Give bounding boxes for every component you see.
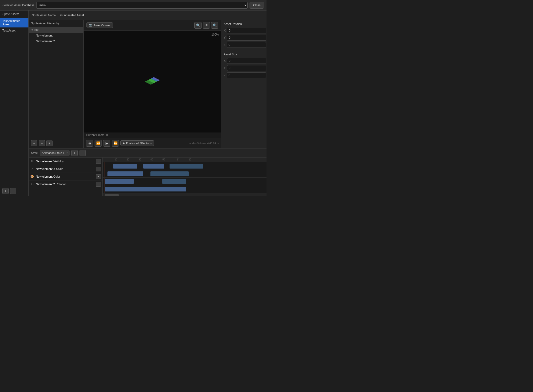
skip-to-start-button[interactable]: ⏮ xyxy=(86,140,93,147)
hierarchy-remove-button[interactable]: − xyxy=(39,140,45,146)
position-x-label: X xyxy=(224,29,226,32)
size-y-input[interactable] xyxy=(227,65,266,71)
track-rotation: ↻ New element 2 Rotation − xyxy=(29,180,102,188)
sidebar-add-button[interactable]: + xyxy=(2,188,9,194)
keyframe-row-xscale xyxy=(103,170,266,178)
sidebar-item-test-asset[interactable]: Test Asset xyxy=(0,27,28,34)
track-xscale-name: New element X Scale xyxy=(36,167,94,171)
properties-panel: Asset Position X ▲ ▼ Y ▲ ▼ xyxy=(221,20,266,148)
keyframe-bar-xscale-1[interactable] xyxy=(107,171,143,176)
track-visibility-name: New element Visibility xyxy=(36,160,94,163)
hierarchy-item-new-element[interactable]: New element xyxy=(29,33,83,38)
position-title: Asset Position xyxy=(224,22,264,26)
position-y-label: Y xyxy=(224,36,226,39)
preview-skactions-button[interactable]: ▶ Preview w/ SKActions xyxy=(120,140,154,146)
timeline-remove-state-button[interactable]: − xyxy=(80,150,86,156)
middle-section: Sprite Asset Hierarchy ▼ root New elemen… xyxy=(29,20,266,148)
ruler-mark-1s: 1" xyxy=(177,158,179,161)
keyframe-bar-visibility-1[interactable] xyxy=(113,164,137,169)
size-z-row: Z ▲ ▼ xyxy=(224,72,264,78)
main-layout: Sprite Assets Test Animated Asset Test A… xyxy=(0,11,266,196)
timeline-area: State Animation State 1 ▼ + − 👁 xyxy=(29,148,266,196)
scrollbar-thumb[interactable] xyxy=(105,194,119,196)
content-area: Sprite Asset Name Test Animated Asset Sp… xyxy=(29,11,266,196)
ruler-mark-10b: 10 xyxy=(189,158,191,161)
timeline-add-state-button[interactable]: + xyxy=(71,150,78,156)
sidebar-item-test-animated[interactable]: Test Animated Asset xyxy=(0,18,28,27)
size-x-label: X xyxy=(224,59,226,63)
track-xscale-remove[interactable]: − xyxy=(96,167,101,171)
position-y-input[interactable] xyxy=(227,35,266,41)
3d-shape xyxy=(143,76,162,88)
position-z-label: Z xyxy=(224,43,225,47)
track-rotation-name: New element 2 Rotation xyxy=(36,183,94,186)
hierarchy-item-root[interactable]: ▼ root xyxy=(29,27,83,33)
hierarchy-add-button[interactable]: + xyxy=(31,140,37,146)
hierarchy-header: Sprite Asset Hierarchy xyxy=(29,20,83,27)
ruler-mark-10: 10 xyxy=(115,158,117,161)
keyframe-bar-visibility-3[interactable] xyxy=(170,164,203,169)
asset-name-value: Test Animated Asset xyxy=(58,14,84,17)
rotation-icon: ↻ xyxy=(30,182,34,186)
track-visibility-remove[interactable]: − xyxy=(96,159,101,164)
size-y-label: Y xyxy=(224,66,226,70)
zoom-fit-button[interactable]: ⊞ xyxy=(203,22,210,29)
sidebar-header: Sprite Assets xyxy=(0,11,28,18)
reset-camera-button[interactable]: 📷 Reset Camera xyxy=(86,22,113,28)
database-label: Selected Asset Database xyxy=(2,4,34,7)
scale-icon: ↗ xyxy=(30,167,34,170)
hierarchy-action-button[interactable]: ⊞ xyxy=(46,140,53,146)
top-bar: Selected Asset Database main Close xyxy=(0,0,266,11)
track-visibility: 👁 New element Visibility − xyxy=(29,158,102,165)
hierarchy-content: ▼ root New element New element 2 xyxy=(29,27,83,138)
position-y-row: Y ▲ ▼ xyxy=(224,35,264,41)
position-z-input[interactable] xyxy=(227,42,266,48)
position-x-row: X ▲ ▼ xyxy=(224,28,264,33)
prop-divider-1 xyxy=(224,50,264,50)
zoom-out-button[interactable]: 🔍 xyxy=(194,22,202,29)
asset-name-bar: Sprite Asset Name Test Animated Asset xyxy=(29,11,266,20)
timeline-controls: State Animation State 1 ▼ + − xyxy=(29,148,266,158)
keyframe-bar-visibility-2[interactable] xyxy=(143,164,164,169)
timeline-keyframes: 10 20 30 40 50 1" 10 xyxy=(103,158,266,196)
visibility-icon: 👁 xyxy=(30,159,34,163)
close-button[interactable]: Close xyxy=(250,2,264,9)
size-z-input[interactable] xyxy=(227,72,266,78)
preview-canvas: 100% xyxy=(84,31,221,132)
state-label: State xyxy=(31,151,38,155)
preview-area: 📷 Reset Camera 🔍 ⊞ 🔍 100% xyxy=(84,20,221,148)
color-icon: 🎨 xyxy=(30,175,34,178)
hierarchy-footer: + − ⊞ xyxy=(29,138,83,148)
size-x-input[interactable] xyxy=(227,58,266,64)
timeline-ruler: 10 20 30 40 50 1" 10 xyxy=(103,158,266,162)
zoom-level: 100% xyxy=(211,33,219,36)
step-back-button[interactable]: ⏪ xyxy=(95,140,102,147)
database-select[interactable]: main xyxy=(36,2,248,9)
play-button[interactable]: ▶ xyxy=(103,140,110,147)
track-rotation-remove[interactable]: − xyxy=(96,182,101,187)
timeline-content: 👁 New element Visibility − ↗ New element… xyxy=(29,158,266,196)
state-select[interactable]: Animation State 1 xyxy=(40,150,69,156)
size-z-label: Z xyxy=(224,74,225,77)
track-color-name: New element Color xyxy=(36,175,94,178)
step-forward-button[interactable]: ⏩ xyxy=(112,140,119,147)
track-color-remove[interactable]: − xyxy=(96,174,101,179)
preview-toolbar: 📷 Reset Camera 🔍 ⊞ 🔍 xyxy=(84,20,221,31)
ruler-mark-20: 20 xyxy=(127,158,129,161)
asset-name-label: Sprite Asset Name xyxy=(32,14,56,17)
keyframe-bar-rotation-1[interactable] xyxy=(105,187,186,191)
current-frame: Current Frame: 0 xyxy=(84,132,221,138)
perf-info: nodes:9 draws:4 60.0 fps xyxy=(189,142,219,145)
zoom-in-button[interactable]: 🔍 xyxy=(211,22,218,29)
hierarchy-item-new-element-2[interactable]: New element 2 xyxy=(29,38,83,44)
size-x-row: X ▲ ▼ xyxy=(224,58,264,64)
track-color: 🎨 New element Color − xyxy=(29,173,102,180)
sidebar-remove-button[interactable]: − xyxy=(10,188,16,194)
keyframe-bar-color-2[interactable] xyxy=(162,179,186,184)
preview-play-icon: ▶ xyxy=(123,142,125,145)
keyframe-tracks xyxy=(103,162,266,193)
keyframe-bar-color-1[interactable] xyxy=(105,179,134,184)
timeline-scrollbar xyxy=(103,193,266,196)
position-x-input[interactable] xyxy=(227,28,266,33)
keyframe-bar-xscale-2[interactable] xyxy=(150,171,189,176)
